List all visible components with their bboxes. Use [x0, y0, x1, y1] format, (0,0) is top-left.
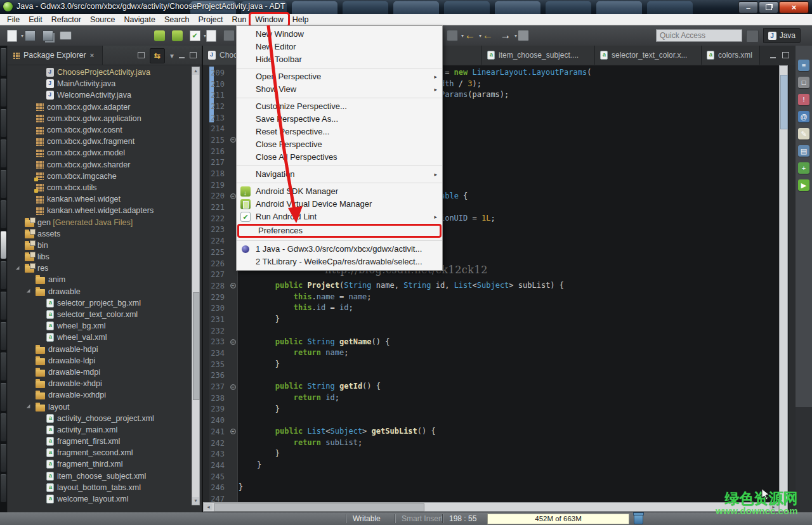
new-java-class-icon[interactable] [204, 29, 218, 42]
editor-tab-item-choose-subject[interactable]: item_choose_subject.... [482, 46, 595, 65]
last-edit-icon[interactable] [516, 29, 530, 42]
scroll-down-icon[interactable]: ▼ [192, 497, 199, 505]
back2-icon[interactable]: ← [481, 29, 495, 42]
lint-icon[interactable]: ✔ [188, 29, 202, 42]
tree-item-selector-text-color-xml[interactable]: selector_text_color.xml [8, 309, 190, 320]
forward-icon[interactable]: → [499, 29, 513, 42]
tree-item-kankan-wheel-widget[interactable]: kankan.wheel.widget [8, 193, 190, 205]
tree-item-bin[interactable]: bin [8, 240, 190, 251]
tree-item-com-xbcx-imgcache[interactable]: com.xbcx.imgcache [8, 171, 190, 182]
tree-item-item-choose-subject-xml[interactable]: item_choose_subject.xml [8, 470, 190, 482]
code-line-228[interactable]: 228− public Project(String name, String … [203, 280, 779, 292]
print-icon[interactable] [58, 29, 72, 42]
display-icon[interactable]: ▤ [798, 145, 809, 157]
code-line-236[interactable]: 236 [203, 370, 779, 382]
fold-marker[interactable]: − [227, 339, 239, 345]
scroll-up-icon[interactable]: ▲ [192, 67, 199, 75]
menubar-item-file[interactable]: File [3, 14, 24, 25]
tree-item-chooseprojectactivity-java[interactable]: ChooseProjectActivity.java [8, 67, 190, 78]
collapse-icon[interactable]: − [230, 283, 236, 288]
quick-access-input[interactable] [656, 29, 742, 42]
tree-item-drawable-mdpi[interactable]: drawable-mdpi [8, 366, 190, 378]
java-perspective-button[interactable]: J Java [763, 28, 801, 43]
expander-icon[interactable] [16, 266, 21, 271]
menubar-item-window[interactable]: Window [251, 14, 287, 25]
menu-item-navigation[interactable]: Navigation▸ [237, 168, 442, 181]
minimize-view-icon[interactable] [770, 57, 776, 58]
run-gc-button[interactable] [634, 514, 643, 524]
taskbar-button[interactable] [1, 231, 6, 259]
code-line-239[interactable]: 239 } [203, 404, 779, 415]
code-line-234[interactable]: 234 return name; [203, 347, 779, 359]
taskbar-button[interactable] [1, 292, 6, 320]
code-line-243[interactable]: 243 } [203, 448, 779, 460]
close-button[interactable]: × [779, 1, 809, 13]
tree-item-libs[interactable]: libs [8, 251, 190, 262]
code-line-238[interactable]: 238 return id; [203, 392, 779, 404]
maximize-view-icon[interactable] [190, 51, 197, 60]
menu-item-android-sdk-manager[interactable]: Android SDK Manager [237, 185, 442, 198]
tree-item-wheel-val-xml[interactable]: wheel_val.xml [8, 332, 190, 343]
sdk-manager-icon[interactable] [152, 29, 166, 42]
tree-item-fragment-second-xml[interactable]: fragment_second.xml [8, 447, 190, 458]
code-line-240[interactable]: 240 [203, 415, 779, 426]
code-line-233[interactable]: 233− public String getName() { [203, 337, 779, 348]
taskbar-button[interactable] [1, 139, 6, 167]
collapse-icon[interactable]: − [230, 339, 236, 345]
taskbar-button[interactable] [1, 79, 6, 107]
link-with-editor-icon[interactable]: ⇆ [150, 48, 165, 63]
code-line-247[interactable]: 247 [203, 493, 779, 502]
tree-item-com-xbcx-gdwx-adapter[interactable]: com.xbcx.gdwx.adapter [8, 101, 190, 113]
menu-item-preferences[interactable]: Preferences [237, 224, 442, 238]
code-line-232[interactable]: 232 [203, 325, 779, 337]
menu-item-1-java-gdwx3-0-src-com-xbcx-gdwx-activit[interactable]: 1 Java - Gdwx3.0/src/com/xbcx/gdwx/activ… [237, 243, 442, 256]
devices-icon[interactable]: ▶ [798, 179, 809, 191]
view-menu-icon[interactable]: ▾ [170, 51, 174, 60]
tree-item-activity-main-xml[interactable]: activity_main.xml [8, 424, 190, 436]
tree-item-res[interactable]: res [8, 262, 190, 274]
vertical-scrollbar[interactable] [779, 65, 788, 512]
menubar-item-navigate[interactable]: Navigate [120, 14, 160, 25]
code-line-235[interactable]: 235 } [203, 359, 779, 370]
tree-item-activity-choose-project-xml[interactable]: activity_choose_project.xml [8, 413, 190, 424]
tree-item-mainactivity-java[interactable]: MainActivity.java [8, 78, 190, 89]
code-line-244[interactable]: 244 } [203, 460, 779, 471]
horizontal-scrollbar[interactable]: ◄ ► [203, 502, 779, 512]
back-icon[interactable]: ← [463, 29, 477, 42]
open-type-icon[interactable] [222, 29, 236, 42]
menu-item-close-perspective[interactable]: Close Perspective [237, 138, 442, 151]
tree-item-welcome-layout-xml[interactable]: welcome_layout.xml [8, 493, 190, 505]
scroll-left-icon[interactable]: ◄ [204, 503, 213, 510]
horizontal-scrollbar-thumb[interactable] [214, 503, 424, 512]
menubar-item-project[interactable]: Project [194, 14, 228, 25]
menu-item-android-virtual-device-manager[interactable]: Android Virtual Device Manager [237, 198, 442, 211]
fold-marker[interactable]: − [227, 283, 239, 288]
menubar-item-search[interactable]: Search [160, 14, 194, 25]
menu-item-hide-toolbar[interactable]: Hide Toolbar [237, 53, 442, 66]
menu-item-close-all-perspectives[interactable]: Close All Perspectives [237, 151, 442, 164]
tree-item-welcomeactivity-java[interactable]: WelcomeActivity.java [8, 89, 190, 101]
tree-item-com-xbcx-gdwx-model[interactable]: com.xbcx.gdwx.model [8, 147, 190, 159]
tree-item-selector-project-bg-xml[interactable]: selector_project_bg.xml [8, 297, 190, 309]
taskbar-button[interactable] [1, 261, 6, 289]
problems-icon[interactable]: ! [798, 94, 809, 105]
tasklist-icon[interactable]: ≡ [798, 60, 809, 71]
minimize-view-icon[interactable] [179, 57, 185, 58]
tree-item-wheel-bg-xml[interactable]: wheel_bg.xml [8, 320, 190, 332]
taskbar-button[interactable] [1, 383, 6, 411]
editor-tab-colors-xml[interactable]: colors.xml [702, 46, 760, 65]
tree-item-drawable-xhdpi[interactable]: drawable-xhdpi [8, 378, 190, 389]
tree-item-layout[interactable]: layout [8, 401, 190, 412]
menu-item-new-window[interactable]: New Window [237, 28, 442, 41]
collapse-icon[interactable]: − [230, 193, 236, 199]
taskbar-button[interactable] [1, 322, 6, 350]
taskbar-button[interactable] [1, 48, 6, 76]
taskbar-button[interactable] [1, 353, 6, 380]
taskbar-button[interactable] [1, 413, 6, 441]
fold-marker[interactable]: − [227, 429, 239, 434]
menubar-item-help[interactable]: Help [288, 14, 313, 25]
tree-item-fragment-third-xml[interactable]: fragment_third.xml [8, 458, 190, 470]
expander-icon[interactable] [27, 289, 32, 294]
collapse-all-icon[interactable] [138, 51, 145, 60]
menubar-item-edit[interactable]: Edit [24, 14, 47, 25]
